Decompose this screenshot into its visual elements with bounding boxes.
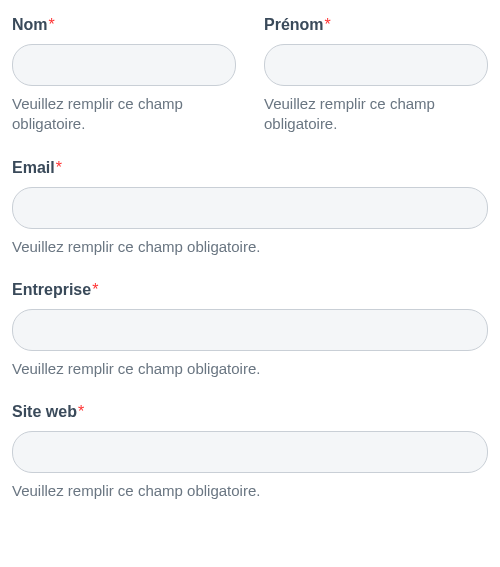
input-nom[interactable] bbox=[12, 44, 236, 86]
input-prenom[interactable] bbox=[264, 44, 488, 86]
error-nom: Veuillez remplir ce champ obligatoire. bbox=[12, 94, 236, 135]
required-mark: * bbox=[56, 159, 62, 176]
field-group-nom: Nom* Veuillez remplir ce champ obligatoi… bbox=[12, 16, 236, 135]
required-mark: * bbox=[49, 16, 55, 33]
label-nom: Nom* bbox=[12, 16, 236, 34]
label-email-text: Email bbox=[12, 159, 55, 176]
label-email: Email* bbox=[12, 159, 488, 177]
label-entreprise-text: Entreprise bbox=[12, 281, 91, 298]
input-entreprise[interactable] bbox=[12, 309, 488, 351]
field-group-siteweb: Site web* Veuillez remplir ce champ obli… bbox=[12, 403, 488, 501]
label-siteweb: Site web* bbox=[12, 403, 488, 421]
label-entreprise: Entreprise* bbox=[12, 281, 488, 299]
field-group-entreprise: Entreprise* Veuillez remplir ce champ ob… bbox=[12, 281, 488, 379]
field-group-email: Email* Veuillez remplir ce champ obligat… bbox=[12, 159, 488, 257]
input-siteweb[interactable] bbox=[12, 431, 488, 473]
error-entreprise: Veuillez remplir ce champ obligatoire. bbox=[12, 359, 488, 379]
required-mark: * bbox=[92, 281, 98, 298]
label-siteweb-text: Site web bbox=[12, 403, 77, 420]
input-email[interactable] bbox=[12, 187, 488, 229]
label-prenom-text: Prénom bbox=[264, 16, 324, 33]
error-siteweb: Veuillez remplir ce champ obligatoire. bbox=[12, 481, 488, 501]
required-mark: * bbox=[78, 403, 84, 420]
field-group-prenom: Prénom* Veuillez remplir ce champ obliga… bbox=[264, 16, 488, 135]
required-mark: * bbox=[325, 16, 331, 33]
label-prenom: Prénom* bbox=[264, 16, 488, 34]
error-prenom: Veuillez remplir ce champ obligatoire. bbox=[264, 94, 488, 135]
error-email: Veuillez remplir ce champ obligatoire. bbox=[12, 237, 488, 257]
label-nom-text: Nom bbox=[12, 16, 48, 33]
